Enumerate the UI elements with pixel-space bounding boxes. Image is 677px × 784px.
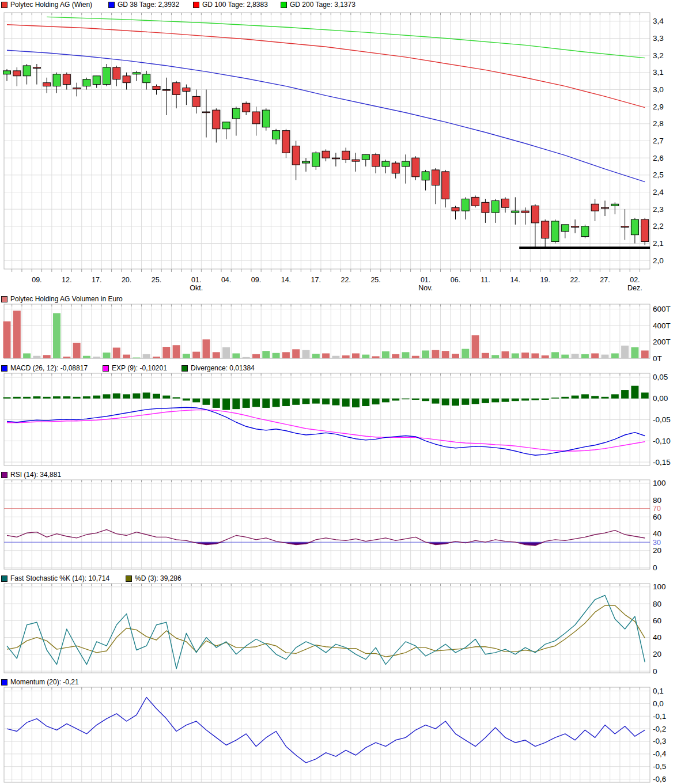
svg-text:Nov.: Nov. — [418, 284, 433, 292]
gd38-swatch-icon — [108, 2, 115, 8]
svg-text:22.: 22. — [341, 276, 351, 284]
svg-text:Okt.: Okt. — [190, 284, 203, 292]
momentum-swatch-icon — [1, 679, 7, 685]
legend-item: GD 200 Tage: 3,1373 — [281, 1, 355, 9]
legend-item: %D (3): 39,286 — [126, 574, 181, 582]
svg-text:22.: 22. — [570, 276, 580, 284]
svg-text:70: 70 — [653, 505, 661, 513]
svg-text:-0,4: -0,4 — [653, 749, 667, 758]
price-legend: Polytec Holding AG (Wien) GD 38 Tage: 2,… — [0, 1, 677, 9]
svg-text:3,3: 3,3 — [653, 34, 664, 43]
divergence-swatch-icon — [181, 365, 188, 372]
svg-text:-0,5: -0,5 — [653, 762, 666, 771]
svg-text:20: 20 — [653, 546, 661, 555]
svg-text:2,1: 2,1 — [653, 239, 664, 248]
stoch-k-label: Fast Stochastic %K (14): 10,714 — [10, 574, 109, 582]
gd200-swatch-icon — [281, 2, 287, 8]
momentum-legend: Momentum (20): -0,21 — [0, 678, 677, 686]
legend-item: MACD (26, 12): -0,08817 — [1, 364, 88, 372]
svg-text:0: 0 — [653, 667, 657, 676]
svg-text:-0,1: -0,1 — [653, 712, 666, 721]
svg-text:20.: 20. — [122, 276, 131, 284]
svg-text:17.: 17. — [311, 276, 321, 284]
macd-legend: MACD (26, 12): -0,08817 EXP (9): -0,1020… — [0, 364, 677, 372]
gd100-label: GD 100 Tage: 2,8383 — [202, 1, 268, 9]
gd200-label: GD 200 Tage: 3,1373 — [290, 1, 355, 9]
macd-swatch-icon — [1, 365, 7, 372]
svg-text:2,7: 2,7 — [653, 137, 664, 145]
legend-item: RSI (14): 34,881 — [1, 471, 61, 479]
svg-text:09.: 09. — [32, 276, 41, 284]
svg-text:-0,10: -0,10 — [653, 437, 671, 445]
svg-text:3,1: 3,1 — [653, 68, 664, 77]
gd100-swatch-icon — [193, 2, 199, 8]
legend-item: Momentum (20): -0,21 — [1, 678, 79, 686]
svg-text:0,1: 0,1 — [653, 687, 664, 695]
instrument-label: Polytec Holding AG (Wien) — [10, 1, 92, 9]
svg-text:19.: 19. — [540, 276, 550, 284]
svg-text:2,4: 2,4 — [653, 188, 664, 196]
svg-text:20: 20 — [653, 650, 661, 658]
svg-text:09.: 09. — [251, 276, 261, 284]
exp-label: EXP (9): -0,10201 — [112, 364, 167, 372]
rsi-label: RSI (14): 34,881 — [10, 471, 61, 479]
svg-text:04.: 04. — [221, 276, 231, 284]
rsi-swatch-icon — [1, 472, 7, 478]
stoch-k-swatch-icon — [1, 575, 7, 582]
svg-text:30: 30 — [653, 539, 661, 547]
svg-text:100: 100 — [653, 582, 666, 591]
volume-label: Polytec Holding AG Volumen in Euro — [10, 295, 123, 303]
svg-text:2,3: 2,3 — [653, 205, 664, 214]
svg-text:60: 60 — [653, 616, 661, 625]
svg-text:3,4: 3,4 — [653, 17, 664, 25]
svg-text:2,9: 2,9 — [653, 103, 664, 111]
instrument-swatch-icon — [1, 2, 7, 8]
svg-text:0: 0 — [653, 563, 657, 572]
legend-item: GD 38 Tage: 2,3932 — [108, 1, 179, 9]
svg-text:12.: 12. — [62, 276, 71, 284]
svg-text:Dez.: Dez. — [627, 284, 642, 292]
svg-text:2,8: 2,8 — [653, 119, 664, 128]
legend-item: Divergence: 0,01384 — [181, 364, 255, 372]
svg-text:0,00: 0,00 — [653, 394, 668, 403]
momentum-label: Momentum (20): -0,21 — [10, 678, 79, 686]
svg-text:02.: 02. — [630, 276, 640, 284]
chart-page: 3,43,33,23,13,02,92,82,72,62,52,42,32,22… — [0, 0, 677, 784]
svg-text:27.: 27. — [600, 276, 610, 284]
svg-text:2,2: 2,2 — [653, 222, 664, 230]
legend-item: Polytec Holding AG (Wien) — [1, 1, 92, 9]
rsi-legend: RSI (14): 34,881 — [0, 471, 677, 479]
legend-item: EXP (9): -0,10201 — [103, 364, 167, 372]
macd-label: MACD (26, 12): -0,08817 — [10, 364, 88, 372]
legend-item: Fast Stochastic %K (14): 10,714 — [1, 574, 109, 582]
svg-text:400T: 400T — [653, 321, 671, 330]
svg-text:2,0: 2,0 — [653, 256, 664, 265]
svg-text:01.: 01. — [191, 276, 201, 284]
svg-text:-0,05: -0,05 — [653, 415, 671, 424]
stoch-d-swatch-icon — [126, 575, 132, 582]
svg-text:3,0: 3,0 — [653, 85, 664, 94]
svg-text:0,05: 0,05 — [653, 373, 668, 381]
svg-text:3,2: 3,2 — [653, 51, 664, 60]
svg-text:-0,3: -0,3 — [653, 737, 666, 745]
svg-text:200T: 200T — [653, 338, 671, 346]
svg-text:25.: 25. — [370, 276, 380, 284]
legend-item: GD 100 Tage: 2,8383 — [193, 1, 268, 9]
svg-text:0T: 0T — [653, 354, 662, 363]
exp-swatch-icon — [103, 365, 109, 372]
svg-text:25.: 25. — [152, 276, 161, 284]
stoch-d-label: %D (3): 39,286 — [135, 574, 181, 582]
svg-text:80: 80 — [653, 496, 661, 505]
divergence-label: Divergence: 0,01384 — [191, 364, 255, 372]
svg-text:2,6: 2,6 — [653, 154, 664, 162]
stochastic-legend: Fast Stochastic %K (14): 10,714 %D (3): … — [0, 574, 677, 582]
volume-swatch-icon — [1, 296, 7, 302]
svg-text:100: 100 — [653, 479, 666, 487]
chart-canvas: 3,43,33,23,13,02,92,82,72,62,52,42,32,22… — [0, 0, 677, 784]
svg-text:11.: 11. — [481, 276, 490, 284]
svg-text:0,0: 0,0 — [653, 699, 664, 708]
svg-text:-0,15: -0,15 — [653, 458, 671, 467]
svg-text:14.: 14. — [281, 276, 291, 284]
gd38-label: GD 38 Tage: 2,3932 — [118, 1, 179, 9]
svg-text:06.: 06. — [451, 276, 460, 284]
